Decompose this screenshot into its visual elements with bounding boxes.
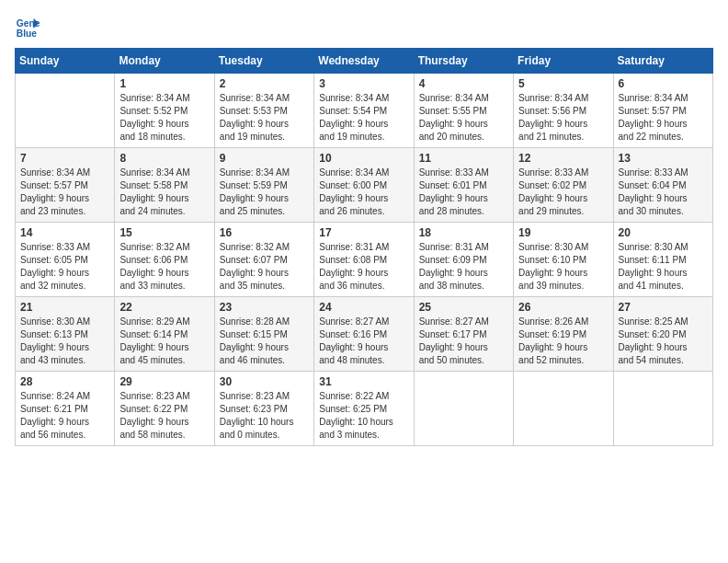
- day-info: Sunrise: 8:25 AM Sunset: 6:20 PM Dayligh…: [619, 316, 708, 367]
- day-info: Sunrise: 8:34 AM Sunset: 5:57 PM Dayligh…: [20, 167, 109, 218]
- calendar-cell: 31Sunrise: 8:22 AM Sunset: 6:25 PM Dayli…: [314, 372, 414, 446]
- day-number: 12: [518, 152, 608, 165]
- day-info: Sunrise: 8:22 AM Sunset: 6:25 PM Dayligh…: [319, 390, 408, 442]
- day-number: 21: [20, 301, 109, 314]
- day-info: Sunrise: 8:33 AM Sunset: 6:05 PM Dayligh…: [20, 241, 109, 293]
- calendar-cell: 30Sunrise: 8:23 AM Sunset: 6:23 PM Dayli…: [214, 372, 313, 446]
- col-header-tuesday: Tuesday: [214, 49, 313, 74]
- calendar-cell: 10Sunrise: 8:34 AM Sunset: 6:00 PM Dayli…: [314, 148, 414, 223]
- day-info: Sunrise: 8:34 AM Sunset: 5:52 PM Dayligh…: [119, 92, 209, 144]
- calendar-cell: 13Sunrise: 8:33 AM Sunset: 6:04 PM Dayli…: [613, 148, 712, 223]
- calendar-cell: 20Sunrise: 8:30 AM Sunset: 6:11 PM Dayli…: [613, 223, 712, 297]
- day-number: 22: [119, 301, 209, 314]
- page-header: General Blue: [15, 15, 713, 40]
- day-number: 26: [518, 301, 608, 314]
- day-number: 4: [419, 77, 508, 90]
- day-info: Sunrise: 8:28 AM Sunset: 6:15 PM Dayligh…: [220, 316, 309, 367]
- col-header-friday: Friday: [514, 49, 613, 74]
- day-number: 29: [119, 375, 209, 388]
- day-number: 9: [220, 152, 309, 165]
- day-info: Sunrise: 8:31 AM Sunset: 6:09 PM Dayligh…: [419, 241, 508, 293]
- calendar-cell: 12Sunrise: 8:33 AM Sunset: 6:02 PM Dayli…: [514, 148, 613, 223]
- calendar-cell: 1Sunrise: 8:34 AM Sunset: 5:52 PM Daylig…: [115, 74, 214, 148]
- day-info: Sunrise: 8:23 AM Sunset: 6:22 PM Dayligh…: [119, 390, 209, 442]
- calendar-week-row: 14Sunrise: 8:33 AM Sunset: 6:05 PM Dayli…: [16, 223, 713, 297]
- day-info: Sunrise: 8:33 AM Sunset: 6:04 PM Dayligh…: [619, 167, 708, 218]
- day-info: Sunrise: 8:34 AM Sunset: 5:57 PM Dayligh…: [619, 92, 708, 144]
- day-info: Sunrise: 8:34 AM Sunset: 5:56 PM Dayligh…: [518, 92, 608, 144]
- col-header-monday: Monday: [115, 49, 214, 74]
- calendar-table: SundayMondayTuesdayWednesdayThursdayFrid…: [15, 48, 713, 446]
- day-number: 30: [220, 375, 309, 388]
- calendar-cell: 24Sunrise: 8:27 AM Sunset: 6:16 PM Dayli…: [314, 297, 414, 372]
- col-header-sunday: Sunday: [16, 49, 115, 74]
- day-number: 20: [619, 226, 708, 239]
- calendar-cell: 11Sunrise: 8:33 AM Sunset: 6:01 PM Dayli…: [414, 148, 513, 223]
- calendar-cell: 6Sunrise: 8:34 AM Sunset: 5:57 PM Daylig…: [613, 74, 712, 148]
- day-info: Sunrise: 8:23 AM Sunset: 6:23 PM Dayligh…: [220, 390, 309, 442]
- day-info: Sunrise: 8:33 AM Sunset: 6:02 PM Dayligh…: [518, 167, 608, 218]
- day-number: 10: [319, 152, 408, 165]
- day-info: Sunrise: 8:34 AM Sunset: 5:53 PM Dayligh…: [220, 92, 309, 144]
- calendar-week-row: 7Sunrise: 8:34 AM Sunset: 5:57 PM Daylig…: [16, 148, 713, 223]
- day-number: 7: [20, 152, 109, 165]
- calendar-week-row: 1Sunrise: 8:34 AM Sunset: 5:52 PM Daylig…: [16, 74, 713, 148]
- calendar-cell: 4Sunrise: 8:34 AM Sunset: 5:55 PM Daylig…: [414, 74, 513, 148]
- day-number: 14: [20, 226, 109, 239]
- calendar-cell: 5Sunrise: 8:34 AM Sunset: 5:56 PM Daylig…: [514, 74, 613, 148]
- day-info: Sunrise: 8:31 AM Sunset: 6:08 PM Dayligh…: [319, 241, 408, 293]
- day-number: 5: [518, 77, 608, 90]
- day-number: 28: [20, 375, 109, 388]
- day-number: 19: [518, 226, 608, 239]
- calendar-cell: 8Sunrise: 8:34 AM Sunset: 5:58 PM Daylig…: [115, 148, 214, 223]
- calendar-cell: 15Sunrise: 8:32 AM Sunset: 6:06 PM Dayli…: [115, 223, 214, 297]
- day-info: Sunrise: 8:34 AM Sunset: 5:55 PM Dayligh…: [419, 92, 508, 144]
- calendar-cell: 14Sunrise: 8:33 AM Sunset: 6:05 PM Dayli…: [16, 223, 115, 297]
- col-header-wednesday: Wednesday: [314, 49, 414, 74]
- day-number: 17: [319, 226, 408, 239]
- day-info: Sunrise: 8:34 AM Sunset: 5:59 PM Dayligh…: [220, 167, 309, 218]
- calendar-cell: 16Sunrise: 8:32 AM Sunset: 6:07 PM Dayli…: [214, 223, 313, 297]
- calendar-cell: [414, 372, 513, 446]
- day-info: Sunrise: 8:30 AM Sunset: 6:10 PM Dayligh…: [518, 241, 608, 293]
- calendar-header-row: SundayMondayTuesdayWednesdayThursdayFrid…: [16, 49, 713, 74]
- day-info: Sunrise: 8:34 AM Sunset: 5:58 PM Dayligh…: [119, 167, 209, 218]
- calendar-cell: 21Sunrise: 8:30 AM Sunset: 6:13 PM Dayli…: [16, 297, 115, 372]
- day-number: 1: [119, 77, 209, 90]
- calendar-cell: [16, 74, 115, 148]
- calendar-cell: 17Sunrise: 8:31 AM Sunset: 6:08 PM Dayli…: [314, 223, 414, 297]
- day-number: 24: [319, 301, 408, 314]
- day-info: Sunrise: 8:30 AM Sunset: 6:11 PM Dayligh…: [619, 241, 708, 293]
- day-number: 25: [419, 301, 508, 314]
- day-number: 31: [319, 375, 408, 388]
- day-number: 2: [220, 77, 309, 90]
- day-info: Sunrise: 8:26 AM Sunset: 6:19 PM Dayligh…: [518, 316, 608, 367]
- calendar-cell: 7Sunrise: 8:34 AM Sunset: 5:57 PM Daylig…: [16, 148, 115, 223]
- logo-icon: General Blue: [15, 15, 40, 40]
- calendar-cell: [514, 372, 613, 446]
- svg-text:Blue: Blue: [17, 29, 38, 39]
- day-number: 13: [619, 152, 708, 165]
- day-info: Sunrise: 8:24 AM Sunset: 6:21 PM Dayligh…: [20, 390, 109, 442]
- col-header-thursday: Thursday: [414, 49, 513, 74]
- calendar-cell: 27Sunrise: 8:25 AM Sunset: 6:20 PM Dayli…: [613, 297, 712, 372]
- day-number: 6: [619, 77, 708, 90]
- calendar-week-row: 28Sunrise: 8:24 AM Sunset: 6:21 PM Dayli…: [16, 372, 713, 446]
- calendar-cell: 28Sunrise: 8:24 AM Sunset: 6:21 PM Dayli…: [16, 372, 115, 446]
- calendar-cell: 25Sunrise: 8:27 AM Sunset: 6:17 PM Dayli…: [414, 297, 513, 372]
- calendar-cell: 29Sunrise: 8:23 AM Sunset: 6:22 PM Dayli…: [115, 372, 214, 446]
- col-header-saturday: Saturday: [613, 49, 712, 74]
- day-info: Sunrise: 8:33 AM Sunset: 6:01 PM Dayligh…: [419, 167, 508, 218]
- day-number: 3: [319, 77, 408, 90]
- day-info: Sunrise: 8:27 AM Sunset: 6:17 PM Dayligh…: [419, 316, 508, 367]
- day-number: 8: [119, 152, 209, 165]
- day-info: Sunrise: 8:34 AM Sunset: 5:54 PM Dayligh…: [319, 92, 408, 144]
- calendar-cell: 2Sunrise: 8:34 AM Sunset: 5:53 PM Daylig…: [214, 74, 313, 148]
- calendar-cell: 18Sunrise: 8:31 AM Sunset: 6:09 PM Dayli…: [414, 223, 513, 297]
- calendar-cell: 9Sunrise: 8:34 AM Sunset: 5:59 PM Daylig…: [214, 148, 313, 223]
- day-number: 18: [419, 226, 508, 239]
- calendar-body: 1Sunrise: 8:34 AM Sunset: 5:52 PM Daylig…: [16, 74, 713, 446]
- day-info: Sunrise: 8:30 AM Sunset: 6:13 PM Dayligh…: [20, 316, 109, 367]
- day-info: Sunrise: 8:32 AM Sunset: 6:07 PM Dayligh…: [220, 241, 309, 293]
- day-number: 11: [419, 152, 508, 165]
